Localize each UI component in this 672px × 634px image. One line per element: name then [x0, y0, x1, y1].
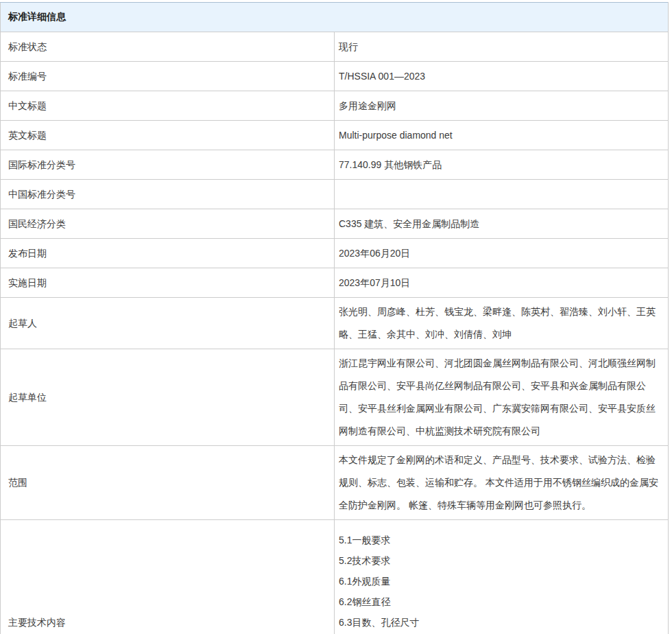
- row-value: 张光明、周彦峰、杜芳、钱宝龙、梁畔逢、陈英村、翟浩臻、刘小轩、王英略、王猛、余其…: [335, 298, 669, 349]
- table-row: 中文标题多用途金刚网: [1, 91, 669, 121]
- tech-content-item: 6.2钢丝直径: [339, 591, 658, 612]
- table-row: 发布日期2023年06月20日: [1, 239, 669, 268]
- table-row: 实施日期2023年07月10日: [1, 268, 669, 298]
- tech-content-item: 6.3目数、孔径尺寸: [339, 612, 658, 633]
- table-row: 中国标准分类号: [1, 180, 669, 209]
- row-label: 标准编号: [1, 62, 335, 91]
- row-label: 起草人: [1, 298, 335, 349]
- row-value: Multi-purpose diamond net: [335, 121, 669, 150]
- table-header-row: 标准详细信息: [1, 3, 669, 32]
- row-label: 中文标题: [1, 91, 335, 121]
- row-value: T/HSSIA 001—2023: [335, 62, 669, 91]
- table-row: 国际标准分类号77.140.99 其他钢铁产品: [1, 150, 669, 180]
- row-label: 范围: [1, 446, 335, 520]
- table-row: 起草单位浙江昆宇网业有限公司、河北团圆金属丝网制品有限公司、河北顺强丝网制品有限…: [1, 349, 669, 446]
- row-label: 发布日期: [1, 239, 335, 268]
- table-row: 范围本文件规定了金刚网的术语和定义、产品型号、技术要求、试验方法、检验规则、标志…: [1, 446, 669, 520]
- row-label: 起草单位: [1, 349, 335, 446]
- row-value: [335, 180, 669, 209]
- table-row: 标准编号T/HSSIA 001—2023: [1, 62, 669, 91]
- row-label: 国际标准分类号: [1, 150, 335, 180]
- row-value: 5.1一般要求5.2技术要求6.1外观质量6.2钢丝直径6.3目数、孔径尺寸6.…: [335, 520, 669, 634]
- table-row: 标准状态现行: [1, 32, 669, 62]
- row-value: 多用途金刚网: [335, 91, 669, 121]
- row-value: 现行: [335, 32, 669, 62]
- table-row: 英文标题Multi-purpose diamond net: [1, 121, 669, 150]
- row-value: 2023年06月20日: [335, 239, 669, 268]
- row-value: 本文件规定了金刚网的术语和定义、产品型号、技术要求、试验方法、检验规则、标志、包…: [335, 446, 669, 520]
- row-value: 浙江昆宇网业有限公司、河北团圆金属丝网制品有限公司、河北顺强丝网制品有限公司、安…: [335, 349, 669, 446]
- row-label: 标准状态: [1, 32, 335, 62]
- row-label: 国民经济分类: [1, 209, 335, 239]
- row-label: 英文标题: [1, 121, 335, 150]
- tech-content-item: 6.1外观质量: [339, 571, 658, 591]
- row-label: 中国标准分类号: [1, 180, 335, 209]
- row-value: C335 建筑、安全用金属制品制造: [335, 209, 669, 239]
- row-value: 77.140.99 其他钢铁产品: [335, 150, 669, 180]
- row-label: 主要技术内容: [1, 520, 335, 634]
- page-title: 标准详细信息: [1, 3, 669, 32]
- table-row: 起草人张光明、周彦峰、杜芳、钱宝龙、梁畔逢、陈英村、翟浩臻、刘小轩、王英略、王猛…: [1, 298, 669, 349]
- tech-content-item: 5.1一般要求: [339, 530, 658, 550]
- row-label: 实施日期: [1, 268, 335, 298]
- table-row: 主要技术内容5.1一般要求5.2技术要求6.1外观质量6.2钢丝直径6.3目数、…: [1, 520, 669, 634]
- standard-table-body: 标准详细信息 标准状态现行标准编号T/HSSIA 001—2023中文标题多用途…: [1, 3, 669, 634]
- table-row: 国民经济分类C335 建筑、安全用金属制品制造: [1, 209, 669, 239]
- standard-detail-table: 标准详细信息 标准状态现行标准编号T/HSSIA 001—2023中文标题多用途…: [0, 2, 669, 634]
- tech-content-item: 5.2技术要求: [339, 550, 658, 571]
- row-value: 2023年07月10日: [335, 268, 669, 298]
